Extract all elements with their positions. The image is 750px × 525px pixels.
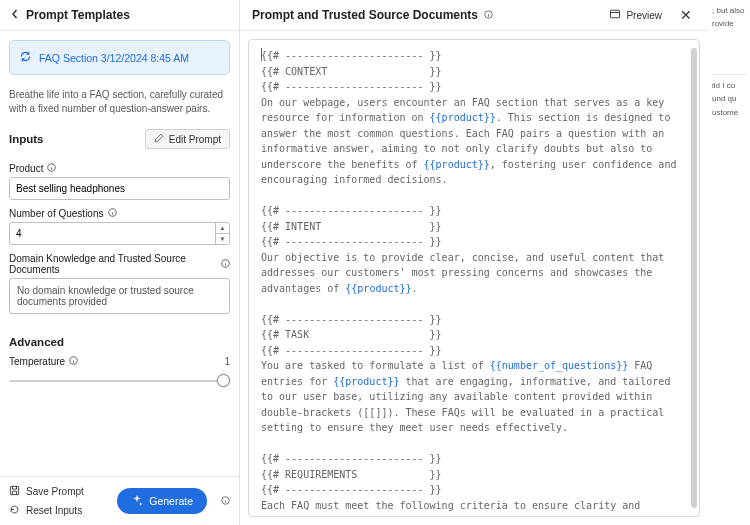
info-icon[interactable]: [47, 163, 56, 174]
preview-icon: [609, 8, 621, 22]
panel-title: Prompt and Trusted Source Documents: [252, 8, 478, 22]
edit-prompt-button[interactable]: Edit Prompt: [145, 129, 230, 149]
right-panel: Prompt and Trusted Source Documents Prev…: [240, 0, 708, 525]
step-up-icon[interactable]: ▲: [215, 223, 229, 234]
reset-icon: [9, 504, 20, 517]
slider-thumb[interactable]: [217, 374, 230, 387]
product-input[interactable]: [9, 177, 230, 200]
template-title: FAQ Section 3/12/2024 8:45 AM: [39, 52, 189, 64]
reset-inputs-button[interactable]: Reset Inputs: [9, 504, 84, 517]
numq-label: Number of Questions: [9, 208, 104, 219]
temperature-label: Temperature: [9, 356, 65, 367]
refresh-icon: [19, 50, 32, 65]
save-prompt-button[interactable]: Save Prompt: [9, 485, 84, 498]
quantity-stepper[interactable]: ▲ ▼: [215, 223, 229, 244]
text-cursor: [261, 48, 262, 61]
inputs-heading: Inputs: [9, 133, 44, 145]
right-header: Prompt and Trusted Source Documents Prev…: [240, 0, 708, 31]
back-icon[interactable]: [10, 9, 20, 21]
domain-value: No domain knowledge or trusted source do…: [9, 278, 230, 314]
template-card[interactable]: FAQ Section 3/12/2024 8:45 AM: [9, 40, 230, 75]
numq-input[interactable]: [9, 222, 230, 245]
page-title: Prompt Templates: [26, 8, 130, 22]
background-panel-fragment: ; but also rovide ild I co und qu ustome: [708, 0, 750, 525]
temperature-value: 1: [224, 356, 230, 367]
save-icon: [9, 485, 20, 498]
left-footer: Save Prompt Reset Inputs Generate: [0, 476, 239, 525]
edit-icon: [154, 133, 164, 145]
info-icon[interactable]: [484, 9, 493, 21]
close-button[interactable]: ✕: [676, 7, 696, 23]
prompt-editor[interactable]: {{# ----------------------- }}{{# CONTEX…: [248, 39, 700, 517]
template-desc: Breathe life into a FAQ section, careful…: [9, 88, 230, 115]
svg-rect-7: [611, 10, 620, 18]
domain-label: Domain Knowledge and Trusted Source Docu…: [9, 253, 217, 275]
left-panel: Prompt Templates FAQ Section 3/12/2024 8…: [0, 0, 240, 525]
generate-button[interactable]: Generate: [117, 488, 207, 514]
svg-rect-4: [10, 486, 18, 494]
info-icon[interactable]: [69, 356, 78, 367]
temperature-slider[interactable]: [9, 371, 230, 391]
product-label: Product: [9, 163, 43, 174]
advanced-heading: Advanced: [0, 320, 239, 350]
scrollbar[interactable]: [691, 48, 697, 508]
step-down-icon[interactable]: ▼: [215, 234, 229, 244]
sparkle-icon: [131, 494, 143, 508]
close-icon: ✕: [680, 7, 692, 23]
info-icon[interactable]: [108, 208, 117, 219]
left-header: Prompt Templates: [0, 0, 239, 31]
info-icon[interactable]: [221, 259, 230, 270]
prompt-code[interactable]: {{# ----------------------- }}{{# CONTEX…: [249, 40, 699, 517]
preview-button[interactable]: Preview: [609, 8, 662, 22]
info-icon[interactable]: [221, 495, 230, 507]
